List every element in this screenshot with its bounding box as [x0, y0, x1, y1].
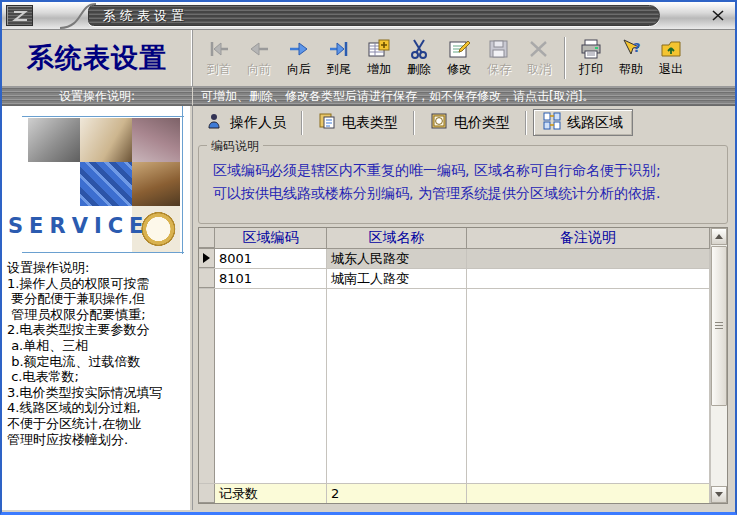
service-collage-image: SERVICE	[2, 106, 192, 254]
prev-button[interactable]: 向前	[240, 33, 278, 83]
cell-code[interactable]: 8001	[215, 249, 327, 268]
tab-separator	[413, 111, 415, 135]
save-icon	[487, 36, 511, 62]
delete-button[interactable]: 删除	[400, 33, 438, 83]
save-button[interactable]: 保存	[480, 33, 518, 83]
tabbar: 操作人员 电表类型 电价类型	[193, 106, 735, 139]
empty-cell	[467, 289, 710, 483]
header-row: 系统表设置 到首 向前 向后 到尾	[2, 30, 735, 87]
table-header-row: 区域编码 区域名称 备注说明	[199, 228, 710, 249]
tab-line-region[interactable]: 线路区域	[533, 109, 633, 136]
groupbox-line: 可以按供电线路或楼栋分别编码, 为管理系统提供分区域统计分析的依据.	[213, 182, 717, 205]
instruction-line: 1.操作人员的权限可按需	[7, 276, 190, 292]
scroll-up-icon[interactable]	[711, 228, 727, 245]
tools-photo-tile	[28, 118, 80, 162]
row-marker-icon	[203, 253, 210, 263]
help-button[interactable]: ? 帮助	[612, 33, 650, 83]
record-count-value: 2	[327, 484, 467, 503]
footer-selector	[199, 484, 215, 503]
current-row-marker	[199, 249, 215, 268]
region-grid: 区域编码 区域名称 备注说明 8001 城东人民路变 8101 城南工人路变	[199, 228, 710, 503]
modify-icon	[447, 36, 471, 62]
pen-photo-tile	[80, 118, 132, 162]
table-row[interactable]: 8001 城东人民路变	[199, 249, 710, 269]
encoding-groupbox: 编码说明 区域编码必须是辖区内不重复的唯一编码, 区域名称可自行命名便于识别; …	[198, 145, 728, 224]
cancel-icon	[527, 36, 551, 62]
app-logo-icon	[6, 5, 33, 26]
column-header-note: 备注说明	[467, 228, 710, 248]
table-empty-area	[199, 289, 710, 483]
help-icon: ?	[619, 36, 643, 62]
book-photo-tile	[132, 162, 180, 206]
clipboard-icon	[318, 112, 336, 134]
exit-icon	[659, 36, 683, 62]
next-icon	[287, 36, 311, 62]
close-icon[interactable]	[707, 6, 729, 25]
svg-text:?: ?	[633, 40, 641, 55]
tab-meter-type[interactable]: 电表类型	[309, 109, 407, 136]
toolbar-separator	[564, 37, 566, 79]
scrollbar-thumb[interactable]	[711, 246, 727, 406]
print-icon	[579, 36, 603, 62]
last-icon	[327, 36, 351, 62]
instruction-line: 设置操作说明:	[7, 260, 190, 276]
collage-hairline	[22, 116, 184, 117]
instruction-line: 管理员权限分配要慎重;	[7, 307, 190, 323]
cell-code[interactable]: 8101	[215, 269, 327, 288]
next-button[interactable]: 向后	[280, 33, 318, 83]
row-selector-header	[199, 228, 215, 248]
toolbar: 到首 向前 向后 到尾 增加	[193, 30, 735, 86]
instruction-line: b.额定电流、过载倍数	[7, 354, 190, 370]
empty-cell	[327, 289, 467, 483]
tab-separator	[525, 111, 527, 135]
groupbox-title: 编码说明	[207, 138, 263, 155]
exit-button[interactable]: 退出	[652, 33, 690, 83]
region-table: 区域编码 区域名称 备注说明 8001 城东人民路变 8101 城南工人路变	[198, 227, 728, 504]
table-row[interactable]: 8101 城南工人路变	[199, 269, 710, 289]
row-selector	[199, 269, 215, 288]
instruction-line: 3.电价类型按实际情况填写	[7, 385, 190, 401]
vertical-scrollbar[interactable]	[710, 228, 727, 503]
sidebar-header-strip: 设置操作说明:	[2, 87, 193, 106]
column-header-name: 区域名称	[327, 228, 467, 248]
groupbox-lines: 区域编码必须是辖区内不重复的唯一编码, 区域名称可自行命名便于识别; 可以按供电…	[199, 146, 727, 205]
keyboard-photo-tile	[80, 162, 132, 206]
cell-note[interactable]	[467, 269, 710, 288]
instruction-line: 2.电表类型按主要参数分	[7, 322, 190, 338]
collage-hairline	[22, 252, 184, 253]
groupbox-line: 区域编码必须是辖区内不重复的唯一编码, 区域名称可自行命名便于识别;	[213, 159, 717, 182]
scroll-down-icon[interactable]	[711, 486, 727, 503]
service-label: SERVICE	[8, 214, 149, 238]
tubes-photo-tile	[132, 118, 180, 162]
cell-name[interactable]: 城东人民路变	[327, 249, 467, 268]
print-button[interactable]: 打印	[572, 33, 610, 83]
sidebar-header-label: 设置操作说明:	[59, 88, 135, 105]
tab-price-type[interactable]: 电价类型	[421, 109, 519, 136]
page-title: 系统表设置	[27, 40, 167, 76]
cancel-button[interactable]: 取消	[520, 33, 558, 83]
add-icon	[367, 36, 391, 62]
delete-icon	[407, 36, 431, 62]
modify-button[interactable]: 修改	[440, 33, 478, 83]
title-band: 系统表设置	[88, 5, 660, 26]
sidebar: SERVICE 设置操作说明: 1.操作人员的权限可按需 要分配便于兼职操作,但…	[2, 106, 193, 510]
last-button[interactable]: 到尾	[320, 33, 358, 83]
cell-note[interactable]	[467, 249, 710, 268]
tab-operators[interactable]: 操作人员	[197, 109, 295, 136]
record-count-label: 记录数	[215, 484, 327, 503]
footer-empty-cell	[467, 484, 710, 503]
app-title-cell: 系统表设置	[2, 30, 193, 86]
operator-icon	[206, 112, 224, 134]
first-icon	[207, 36, 231, 62]
instruction-line: 管理时应按楼幢划分.	[7, 432, 190, 448]
price-book-icon	[430, 112, 448, 134]
empty-cell	[215, 289, 327, 483]
thumb-grip	[715, 322, 723, 330]
add-button[interactable]: 增加	[360, 33, 398, 83]
instruction-line: c.电表常数;	[7, 369, 190, 385]
collage-hairline	[182, 106, 183, 254]
prev-icon	[247, 36, 271, 62]
cell-name[interactable]: 城南工人路变	[327, 269, 467, 288]
first-button[interactable]: 到首	[200, 33, 238, 83]
tab-separator	[301, 111, 303, 135]
